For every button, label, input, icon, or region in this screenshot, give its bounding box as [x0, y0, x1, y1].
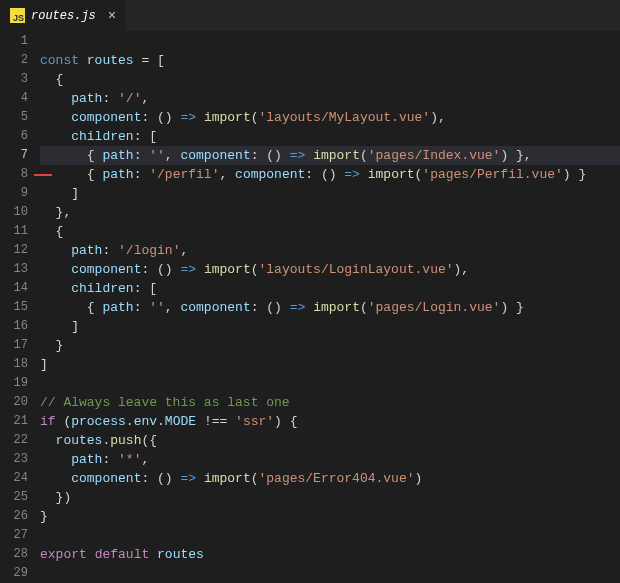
code-line[interactable]: children: [ — [40, 279, 620, 298]
token: : () — [141, 262, 180, 277]
code-line[interactable]: routes.push({ — [40, 431, 620, 450]
token: } — [40, 338, 63, 353]
token — [40, 243, 71, 258]
code-line[interactable]: }) — [40, 488, 620, 507]
token: ) } — [563, 167, 586, 182]
code-line[interactable]: const routes = [ — [40, 51, 620, 70]
line-number: 18 — [0, 355, 28, 374]
line-number: 16 — [0, 317, 28, 336]
token: : () — [141, 471, 180, 486]
code-line[interactable]: path: '/', — [40, 89, 620, 108]
code-line[interactable] — [40, 526, 620, 545]
line-number: 13 — [0, 260, 28, 279]
token: ( — [251, 471, 259, 486]
token: ) — [415, 471, 423, 486]
line-number: 8 — [0, 165, 28, 184]
code-line[interactable]: component: () => import('pages/Error404.… — [40, 469, 620, 488]
token: = [ — [134, 53, 165, 68]
line-number: 7 — [0, 146, 28, 165]
token: , — [141, 91, 149, 106]
line-number: 10 — [0, 203, 28, 222]
token: component — [71, 262, 141, 277]
token: . — [157, 414, 165, 429]
code-line[interactable]: { path: '', component: () => import('pag… — [40, 146, 620, 165]
token — [149, 547, 157, 562]
token: ), — [454, 262, 470, 277]
token: 'ssr' — [235, 414, 274, 429]
code-line[interactable]: children: [ — [40, 127, 620, 146]
code-line[interactable]: ] — [40, 184, 620, 203]
token: : — [134, 167, 150, 182]
code-line[interactable]: path: '*', — [40, 450, 620, 469]
token: routes — [56, 433, 103, 448]
token: import — [313, 148, 360, 163]
javascript-file-icon: JS — [10, 8, 25, 23]
token: : () — [305, 167, 344, 182]
diff-marker-icon — [34, 174, 52, 176]
code-line[interactable]: { path: '', component: () => import('pag… — [40, 298, 620, 317]
line-number: 12 — [0, 241, 28, 260]
token — [40, 281, 71, 296]
code-line[interactable] — [40, 374, 620, 393]
line-number: 22 — [0, 431, 28, 450]
token: const — [40, 53, 87, 68]
code-line[interactable]: if (process.env.MODE !== 'ssr') { — [40, 412, 620, 431]
line-number: 24 — [0, 469, 28, 488]
code-line[interactable]: } — [40, 507, 620, 526]
code-line[interactable]: // Always leave this as last one — [40, 393, 620, 412]
token: } — [40, 509, 48, 524]
token: MODE — [165, 414, 196, 429]
token: : [ — [134, 129, 157, 144]
token: routes — [157, 547, 204, 562]
token: ] — [40, 319, 79, 334]
token — [40, 110, 71, 125]
line-number: 19 — [0, 374, 28, 393]
token: '*' — [118, 452, 141, 467]
line-number: 17 — [0, 336, 28, 355]
code-line[interactable]: export default routes — [40, 545, 620, 564]
token: '' — [149, 148, 165, 163]
code-line[interactable]: path: '/login', — [40, 241, 620, 260]
code-line[interactable]: component: () => import('layouts/MyLayou… — [40, 108, 620, 127]
token: ({ — [141, 433, 157, 448]
token: children — [71, 281, 133, 296]
token: component — [71, 110, 141, 125]
tab-routes-js[interactable]: JS routes.js × — [0, 0, 126, 31]
code-line[interactable] — [40, 564, 620, 583]
token: 'pages/Error404.vue' — [259, 471, 415, 486]
code-line[interactable]: { path: '/perfil', component: () => impo… — [40, 165, 620, 184]
token: : — [134, 148, 150, 163]
token: path — [71, 91, 102, 106]
token: : — [102, 91, 118, 106]
token: => — [180, 262, 196, 277]
token: push — [110, 433, 141, 448]
token: 'pages/Login.vue' — [368, 300, 501, 315]
code-line[interactable]: component: () => import('layouts/LoginLa… — [40, 260, 620, 279]
token — [40, 471, 71, 486]
code-area[interactable]: const routes = [ { path: '/', component:… — [40, 32, 620, 583]
code-line[interactable] — [40, 32, 620, 51]
code-line[interactable]: { — [40, 70, 620, 89]
token: component — [180, 148, 250, 163]
token: => — [180, 110, 196, 125]
code-line[interactable]: ] — [40, 317, 620, 336]
code-line[interactable]: { — [40, 222, 620, 241]
editor[interactable]: 1234567891011121314151617181920212223242… — [0, 32, 620, 583]
token: path — [71, 452, 102, 467]
token: . — [126, 414, 134, 429]
line-number: 20 — [0, 393, 28, 412]
line-number: 27 — [0, 526, 28, 545]
code-line[interactable]: } — [40, 336, 620, 355]
token: component — [71, 471, 141, 486]
code-line[interactable]: }, — [40, 203, 620, 222]
token: { — [40, 148, 102, 163]
token: : () — [251, 300, 290, 315]
token: import — [313, 300, 360, 315]
token: path — [102, 148, 133, 163]
line-number: 11 — [0, 222, 28, 241]
code-line[interactable]: ] — [40, 355, 620, 374]
token: path — [102, 300, 133, 315]
close-icon[interactable]: × — [108, 9, 116, 23]
token: : — [102, 243, 118, 258]
token — [196, 471, 204, 486]
